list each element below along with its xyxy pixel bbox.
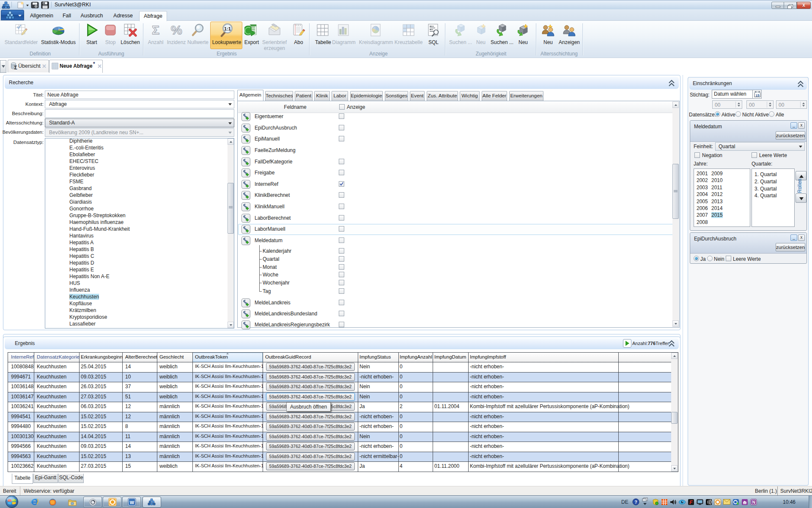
svg-text:15: 15 — [756, 94, 760, 97]
svg-text:N: N — [752, 500, 755, 505]
svg-text:Σ: Σ — [152, 23, 159, 37]
svg-text:1:1: 1:1 — [224, 26, 231, 31]
svg-text:W: W — [130, 500, 134, 505]
svg-text:Σ: Σ — [14, 65, 17, 70]
svg-text:?: ? — [634, 500, 637, 505]
svg-text:F: F — [689, 500, 693, 505]
svg-text:%: % — [171, 23, 182, 37]
